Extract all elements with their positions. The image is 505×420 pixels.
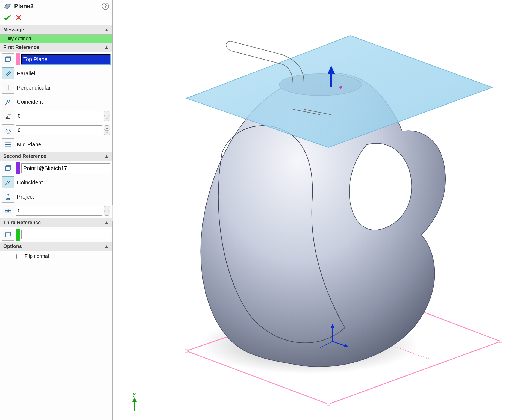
constraint-label: Perpendicular: [17, 85, 51, 91]
property-manager-panel: ◦ Plane2 ? ✓ ✕ Message ▲ Fully defined F…: [0, 0, 113, 420]
second-distance-row: ▴ ▾: [0, 204, 112, 218]
instances-icon[interactable]: [2, 205, 14, 217]
feature-name: Plane2: [14, 3, 102, 10]
svg-point-10: [5, 184, 7, 185]
spinner-down-button[interactable]: ▾: [104, 130, 110, 135]
parallel-icon[interactable]: [2, 67, 14, 79]
spinner-down-button[interactable]: ▾: [104, 211, 110, 216]
flip-normal-row[interactable]: Flip normal: [0, 251, 112, 261]
svg-point-11: [7, 194, 9, 195]
third-reference-selection-row: [0, 227, 112, 242]
ok-button[interactable]: ✓: [2, 13, 13, 23]
first-reference-selection-row: [0, 52, 112, 66]
spinner-buttons: ▴ ▾: [104, 206, 110, 216]
section-header-second-reference[interactable]: Second Reference ▲: [0, 152, 112, 161]
project-icon[interactable]: [2, 191, 14, 203]
second-reference-input[interactable]: [21, 163, 110, 173]
flip-normal-checkbox[interactable]: [16, 254, 22, 259]
first-reference-input[interactable]: [21, 54, 110, 64]
third-reference-input[interactable]: [21, 230, 110, 239]
svg-rect-19: [499, 340, 502, 343]
constraint-label: Parallel: [17, 70, 35, 77]
distance-icon[interactable]: D1: [2, 124, 14, 136]
help-icon[interactable]: ?: [102, 3, 109, 10]
spinner-up-button[interactable]: ▴: [104, 125, 110, 130]
svg-rect-20: [327, 403, 330, 406]
constraint-label: Project: [17, 194, 34, 200]
graphics-viewport[interactable]: Top Plane: [113, 0, 505, 420]
section-header-options[interactable]: Options ▲: [0, 242, 112, 251]
constraint-parallel[interactable]: Parallel: [0, 66, 112, 81]
sketch-point[interactable]: [339, 86, 342, 89]
chevron-up-icon: ▲: [104, 27, 109, 33]
section-header-message[interactable]: Message ▲: [0, 25, 112, 35]
svg-marker-22: [186, 36, 492, 147]
axis-y-label: y: [132, 391, 136, 397]
svg-line-0: [6, 72, 10, 75]
cancel-button[interactable]: ✕: [15, 14, 22, 22]
section-title: Options: [3, 244, 22, 249]
angle-offset-row: A ▴ ▾: [0, 109, 112, 123]
svg-point-13: [6, 198, 10, 200]
constraint-midplane[interactable]: Mid Plane: [0, 137, 112, 152]
selection-color-swatch: [16, 229, 20, 241]
svg-point-4: [5, 104, 7, 105]
spinner-up-button[interactable]: ▴: [104, 111, 110, 116]
midplane-icon[interactable]: [2, 138, 14, 150]
coordinate-system-triad: y: [132, 391, 137, 411]
constraint-label: Coincident: [17, 99, 43, 105]
face-plane-selector-icon[interactable]: [2, 162, 14, 174]
status-message: Fully defined: [0, 35, 112, 43]
svg-marker-33: [132, 397, 137, 402]
constraint-label: Mid Plane: [17, 141, 41, 148]
chevron-up-icon: ▲: [104, 244, 109, 249]
flip-normal-label: Flip normal: [25, 253, 49, 259]
chevron-up-icon: ▲: [104, 153, 109, 159]
svg-text:A: A: [9, 113, 11, 116]
constraint-perpendicular[interactable]: Perpendicular: [0, 81, 112, 95]
face-plane-selector-icon[interactable]: [2, 53, 14, 65]
chevron-up-icon: ▲: [104, 220, 109, 226]
section-header-third-reference[interactable]: Third Reference ▲: [0, 218, 112, 227]
selection-color-swatch: [16, 53, 20, 65]
section-title: Second Reference: [3, 153, 46, 159]
chevron-up-icon: ▲: [104, 45, 109, 50]
confirm-cancel-row: ✓ ✕: [0, 11, 112, 25]
spinner-buttons: ▴ ▾: [104, 125, 110, 135]
new-plane-preview[interactable]: [186, 36, 492, 147]
panel-header: Plane2 ?: [0, 0, 112, 11]
coincident-icon[interactable]: [2, 96, 14, 108]
angle-offset-input[interactable]: [16, 111, 102, 121]
section-title: Message: [3, 27, 24, 33]
coincident-icon[interactable]: [2, 176, 14, 188]
selection-color-swatch: [16, 162, 20, 174]
distance-offset-row: D1 ▴ ▾: [0, 123, 112, 137]
svg-rect-17: [185, 350, 188, 352]
svg-line-1: [7, 72, 11, 76]
spinner-up-button[interactable]: ▴: [104, 206, 110, 211]
second-reference-selection-row: [0, 161, 112, 175]
angle-icon[interactable]: A: [2, 110, 14, 122]
section-title: First Reference: [3, 45, 39, 50]
constraint-label: Coincident: [17, 179, 43, 186]
plane-feature-icon: [3, 2, 11, 10]
spinner-down-button[interactable]: ▾: [104, 116, 110, 121]
face-plane-selector-icon[interactable]: [2, 229, 14, 241]
constraint-coincident[interactable]: Coincident: [0, 95, 112, 109]
svg-rect-14: [5, 210, 8, 212]
section-title: Third Reference: [3, 220, 41, 226]
spinner-buttons: ▴ ▾: [104, 111, 110, 121]
perpendicular-icon[interactable]: [2, 82, 14, 94]
constraint-coincident-second[interactable]: Coincident: [0, 175, 112, 190]
svg-rect-15: [9, 210, 11, 212]
svg-text:D1: D1: [7, 132, 10, 134]
section-header-first-reference[interactable]: First Reference ▲: [0, 43, 112, 52]
distance-offset-input[interactable]: [16, 125, 102, 135]
constraint-project[interactable]: Project: [0, 190, 112, 204]
second-distance-input[interactable]: [16, 206, 102, 216]
